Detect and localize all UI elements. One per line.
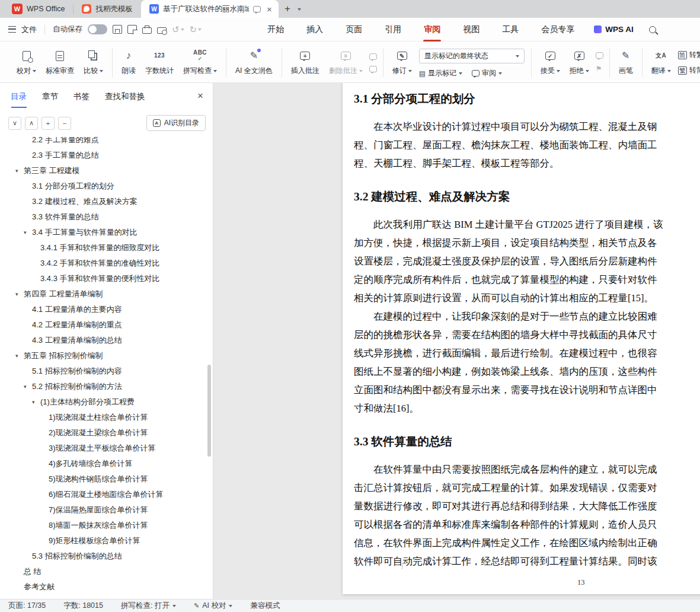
toc-item[interactable]: ▾ 4.3 工程量清单编制的总结	[0, 333, 213, 348]
review-pane-button[interactable]: 审阅	[472, 68, 502, 78]
expand-arrow-icon[interactable]: ▾	[15, 291, 24, 297]
document-page[interactable]: 3.1 分部分项工程的划分 在本次毕业设计的计算过程中项目可以分为砌筑工程、混凝…	[343, 83, 700, 594]
toc-item[interactable]: ▾ 3.4 手工算量与软件算量的对比	[0, 225, 213, 240]
toc-item[interactable]: ▾ 8)墙面一般抹灰综合单价计算	[0, 518, 213, 533]
expand-arrow-icon[interactable]: ▾	[24, 384, 32, 390]
toc-item[interactable]: ▾ 3.1 分部分项工程的划分	[0, 179, 213, 194]
sidebar-tab[interactable]: 书签	[73, 91, 90, 102]
show-markup-button[interactable]: ▤ 显示标记	[419, 68, 462, 78]
toc-item[interactable]: ▾ 4.2 工程量清单编制的重点	[0, 317, 213, 333]
status-item[interactable]: 页面: 17/35	[8, 601, 46, 611]
print-button[interactable]	[142, 26, 152, 34]
accept-button[interactable]: ✓ 接受	[536, 44, 565, 81]
status-item[interactable]: 拼写检查: 打开	[121, 601, 176, 611]
doc-text-line: 寸和做法[16]。	[354, 399, 700, 417]
toc-item[interactable]: ▾ 4.1 工程量清单的主要内容	[0, 302, 213, 317]
toc-item[interactable]: ▾ 3.2 建模过程、难点及解决方案	[0, 194, 213, 209]
toc-item[interactable]: ▾ 1)现浇混凝土柱综合单价计算	[0, 410, 213, 425]
expand-arrow-icon[interactable]: ▾	[24, 230, 32, 235]
reject-button[interactable]: ✗ 拒绝	[565, 44, 594, 81]
autosave-toggle[interactable]	[88, 24, 107, 34]
menu-tab[interactable]: 插入	[295, 18, 334, 42]
proofread-button[interactable]: 校对	[12, 44, 41, 81]
menu-tab[interactable]: 开始	[256, 18, 295, 42]
next-comment-icon[interactable]	[369, 66, 377, 72]
compare-button[interactable]: 比较	[79, 44, 108, 81]
read-aloud-button[interactable]: ♪ 朗读	[117, 44, 140, 81]
sidebar-tab[interactable]: 查找和替换	[105, 91, 145, 102]
toc-item[interactable]: ▾ 第三章 工程建模	[0, 163, 213, 179]
toc-item[interactable]: ▾ 9)矩形柱模板综合单价计算	[0, 533, 213, 549]
track-changes-button[interactable]: ✎ 修订	[388, 44, 417, 81]
flag-icon[interactable]: ⚑	[596, 65, 603, 73]
menu-tab[interactable]: 引用	[373, 18, 413, 42]
ai-polish-button[interactable]: ✎ AI 全文润色	[231, 44, 277, 81]
sidebar-tab[interactable]: 目录	[11, 91, 27, 102]
menu-tab[interactable]: 视图	[452, 18, 491, 42]
search-icon[interactable]	[649, 26, 656, 33]
spell-check-button[interactable]: ABC✓ 拼写检查	[178, 44, 222, 81]
toc-item[interactable]: ▾ 3.3 软件算量的总结	[0, 209, 213, 225]
close-tab-icon[interactable]: ×	[265, 4, 274, 14]
word-count-button[interactable]: 123 字数统计	[140, 44, 178, 81]
toc-item[interactable]: ▾ 5.1 招标控制价编制的内容	[0, 364, 213, 379]
standard-review-button[interactable]: 标准审查	[41, 44, 79, 81]
close-sidebar-icon[interactable]: ×	[197, 90, 203, 102]
redo-button[interactable]: ↻	[190, 25, 202, 34]
zoom-out-button[interactable]: −	[58, 117, 71, 130]
toc-item[interactable]: ▾ 3.4.2 手算和软件算量的准确性对比	[0, 256, 213, 271]
expand-arrow-icon[interactable]: ▾	[32, 399, 40, 405]
wps-ai-button[interactable]: WPS AI	[594, 25, 634, 34]
menu-tab[interactable]: 页面	[334, 18, 373, 42]
toc-item[interactable]: ▾ 参考文献	[0, 579, 213, 590]
collapse-button[interactable]: ∨	[8, 117, 21, 130]
insert-comment-button[interactable]: + 插入批注	[286, 44, 324, 81]
prev-comment-icon[interactable]	[369, 53, 377, 60]
ink-brush-button[interactable]: ✎ 画笔	[614, 44, 638, 81]
expand-button[interactable]: ∧	[25, 117, 38, 130]
to-traditional-button[interactable]: 简 转繁	[678, 50, 700, 60]
toc-item[interactable]: ▾ 3.4.3 手算和软件算量的便利性对比	[0, 271, 213, 286]
print-preview-button[interactable]	[157, 26, 167, 34]
export-button[interactable]	[127, 25, 137, 34]
to-simplified-button[interactable]: 繁 转简	[678, 65, 700, 75]
sidebar-scrollbar[interactable]	[207, 365, 211, 457]
undo-button[interactable]: ↺	[172, 25, 184, 34]
toc-item[interactable]: ▾ 6)细石混凝土楼地面综合单价计算	[0, 487, 213, 502]
toc-item[interactable]: ▾ (1)主体结构分部分项工程费	[0, 394, 213, 410]
expand-arrow-icon[interactable]: ▾	[15, 353, 24, 359]
expand-arrow-icon[interactable]: ▾	[15, 168, 24, 174]
toc-item[interactable]: ▾ 5.3 招标控制价编制的总结	[0, 549, 213, 564]
menu-tab[interactable]: 工具	[491, 18, 530, 42]
delete-comment-button[interactable]: × 删除批注	[324, 44, 367, 81]
file-menu[interactable]: 文件	[21, 24, 37, 35]
zoom-in-button[interactable]: +	[41, 117, 55, 130]
markup-state-select[interactable]: 显示标记的最终状态	[419, 49, 525, 63]
toc-item[interactable]: ▾ 第五章 招标控制价编制	[0, 348, 213, 364]
translate-button[interactable]: 文A 翻译	[647, 44, 676, 81]
tab-docer[interactable]: 找稻壳模板	[73, 0, 141, 18]
toc-item[interactable]: ▾ 4)多孔砖墙综合单价计算	[0, 456, 213, 471]
ai-recognize-toc-button[interactable]: A AI识别目录	[146, 115, 206, 131]
status-item[interactable]: ✎ AI 校对	[194, 601, 233, 611]
toc-item[interactable]: ▾ 3.4.1 手算和软件算量的细致度对比	[0, 240, 213, 256]
toc-item[interactable]: ▾ 2)现浇混凝土梁综合单价计算	[0, 425, 213, 441]
toc-item[interactable]: ▾ 2.3 手工算量的总结	[0, 148, 213, 163]
status-item[interactable]: 兼容模式	[250, 601, 280, 611]
toc-item[interactable]: ▾ 第四章 工程量清单编制	[0, 286, 213, 302]
menu-tab[interactable]: 审阅	[413, 18, 452, 42]
comment-nav-icon[interactable]	[596, 52, 603, 59]
toc-item[interactable]: ▾ 7)保温隔热屋面综合单价计算	[0, 502, 213, 518]
tab-wps-office[interactable]: W WPS Office	[4, 0, 73, 18]
new-tab-button[interactable]: +	[279, 3, 296, 15]
save-button[interactable]	[113, 25, 122, 34]
tab-list-caret-icon[interactable]	[298, 8, 301, 12]
menu-tab[interactable]: 会员专享	[530, 18, 586, 42]
toc-item[interactable]: ▾ 5.2 招标控制价编制的方法	[0, 379, 213, 394]
tab-document[interactable]: W 基于广联达软件的丽水南城五 ×	[141, 0, 279, 18]
toc-item[interactable]: ▾ 3)现浇混凝土平板综合单价计算	[0, 441, 213, 456]
toc-item[interactable]: ▾ 5)现浇构件钢筋综合单价计算	[0, 471, 213, 487]
sidebar-tab[interactable]: 章节	[42, 91, 58, 102]
toc-item[interactable]: ▾ 总 结	[0, 564, 213, 579]
status-item[interactable]: 字数: 18015	[63, 601, 103, 611]
